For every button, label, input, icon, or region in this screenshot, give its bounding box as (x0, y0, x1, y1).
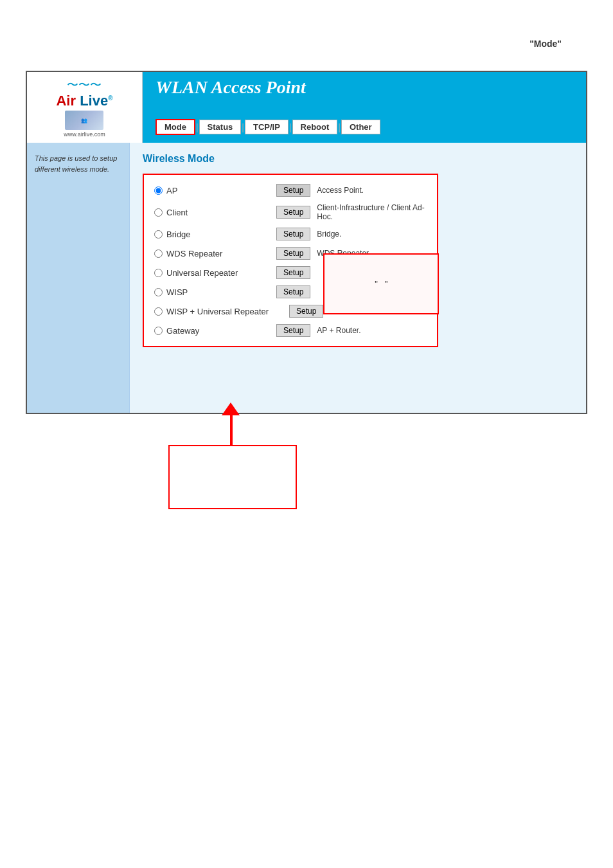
section-title: Wireless Mode (143, 153, 573, 165)
mode-row-gateway: Gateway Setup AP + Router. (154, 324, 427, 337)
mode-label-ap[interactable]: AP (154, 186, 270, 195)
setup-btn-client[interactable]: Setup (276, 206, 310, 219)
bottom-annotation-box (168, 445, 297, 509)
mode-label: "Mode" (529, 39, 562, 49)
tab-status[interactable]: Status (199, 120, 242, 134)
arrow-annotation-area (26, 414, 587, 511)
setup-btn-universal[interactable]: Setup (276, 266, 310, 279)
main-content: Wireless Mode AP Setup Access Point. Cli… (130, 143, 586, 413)
ui-header: 〜〜〜 Air Live® 👥 www.airlive.com WLAN Acc… (27, 72, 586, 143)
radio-wisp-universal[interactable] (154, 307, 163, 316)
mode-label-wds[interactable]: WDS Repeater (154, 249, 270, 258)
radio-gateway[interactable] (154, 327, 163, 335)
mode-desc-bridge: Bridge. (317, 230, 427, 239)
mode-row-universal: Universal Repeater Setup " " (154, 266, 427, 279)
annotation-box-right: " " (323, 253, 439, 314)
logo-url: www.airlive.com (56, 131, 112, 138)
mode-label-wisp-universal[interactable]: WISP + Universal Repeater (154, 307, 283, 316)
setup-btn-wisp-universal[interactable]: Setup (289, 305, 323, 318)
mode-row-client: Client Setup Client-Infrastructure / Cli… (154, 203, 427, 221)
mode-label-gateway[interactable]: Gateway (154, 326, 270, 336)
sidebar-text: This page is used to setup different wir… (35, 154, 117, 173)
tab-mode[interactable]: Mode (155, 119, 195, 135)
mode-desc-gateway: AP + Router. (317, 326, 427, 335)
radio-wisp[interactable] (154, 288, 163, 296)
tab-tcpip[interactable]: TCP/IP (245, 120, 289, 134)
sidebar: This page is used to setup different wir… (27, 143, 130, 413)
logo-text: Air Live® (56, 93, 112, 109)
radio-ap[interactable] (154, 186, 163, 195)
arrow-head-up (222, 402, 240, 415)
radio-wds[interactable] (154, 249, 163, 258)
mode-row-ap: AP Setup Access Point. (154, 184, 427, 197)
radio-client[interactable] (154, 208, 163, 217)
mode-label-bridge[interactable]: Bridge (154, 230, 270, 239)
ui-panel: 〜〜〜 Air Live® 👥 www.airlive.com WLAN Acc… (26, 71, 587, 414)
mode-row-bridge: Bridge Setup Bridge. (154, 228, 427, 240)
radio-bridge[interactable] (154, 230, 163, 239)
mode-desc-ap: Access Point. (317, 186, 427, 195)
logo-area: 〜〜〜 Air Live® 👥 www.airlive.com (27, 72, 143, 143)
radio-universal[interactable] (154, 269, 163, 277)
mode-label-client[interactable]: Client (154, 208, 270, 217)
mode-label-wisp[interactable]: WISP (154, 287, 270, 297)
mode-desc-client: Client-Infrastructure / Client Ad-Hoc. (317, 203, 427, 221)
setup-btn-ap[interactable]: Setup (276, 184, 310, 197)
product-title: WLAN Access Point (155, 77, 573, 98)
ui-content: This page is used to setup different wir… (27, 143, 586, 413)
tab-reboot[interactable]: Reboot (292, 120, 338, 134)
logo-wave-icon: 〜〜〜 (56, 77, 112, 93)
setup-btn-wisp[interactable]: Setup (276, 285, 310, 298)
header-right: WLAN Access Point Mode | Status | TCP/IP… (143, 72, 586, 143)
setup-btn-gateway[interactable]: Setup (276, 324, 310, 337)
mode-selection-box: AP Setup Access Point. Client Setup Clie… (143, 174, 438, 347)
nav-tabs: Mode | Status | TCP/IP | Reboot | Other (155, 119, 573, 135)
tab-other[interactable]: Other (341, 120, 380, 134)
setup-btn-wds[interactable]: Setup (276, 247, 310, 260)
mode-label-universal[interactable]: Universal Repeater (154, 268, 270, 278)
arrow-shaft (230, 414, 233, 446)
setup-btn-bridge[interactable]: Setup (276, 228, 310, 240)
